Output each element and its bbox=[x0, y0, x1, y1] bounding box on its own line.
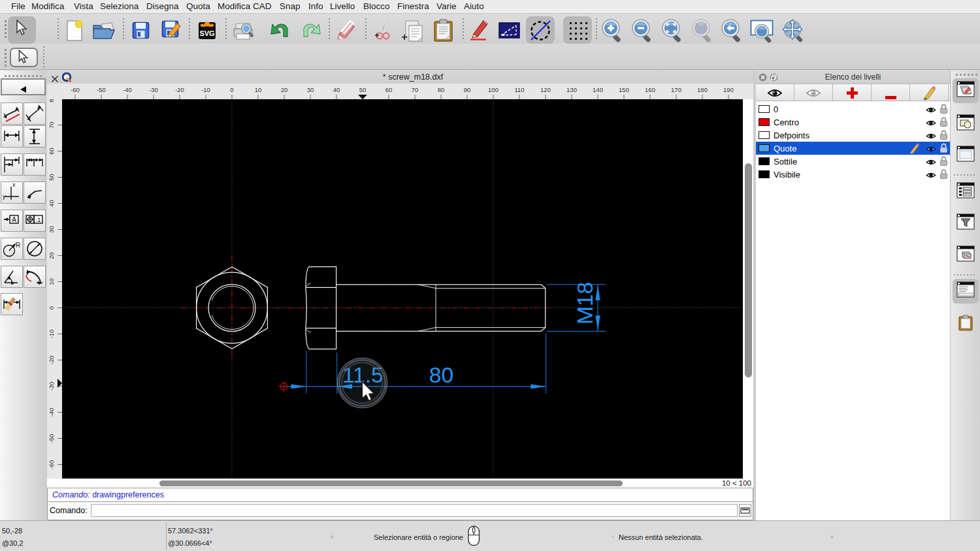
svg-text:-20: -20 bbox=[175, 86, 184, 93]
svg-text:10: 10 bbox=[255, 86, 262, 93]
svg-text:y: y bbox=[3, 193, 6, 200]
svg-text:R: R bbox=[16, 242, 20, 249]
svg-text:40: 40 bbox=[48, 200, 55, 207]
svg-text:70: 70 bbox=[48, 121, 55, 129]
svg-text:-60: -60 bbox=[48, 460, 55, 469]
svg-text:110: 110 bbox=[514, 86, 524, 93]
svg-text:80: 80 bbox=[48, 99, 55, 102]
svg-text:70: 70 bbox=[412, 86, 419, 93]
svg-text:150: 150 bbox=[619, 86, 629, 93]
svg-text:60: 60 bbox=[385, 86, 393, 93]
svg-text:0: 0 bbox=[230, 86, 233, 93]
svg-text:60: 60 bbox=[48, 148, 55, 155]
svg-text:x: x bbox=[12, 183, 16, 188]
svg-text:130: 130 bbox=[566, 86, 577, 93]
svg-text:-50: -50 bbox=[48, 434, 55, 443]
svg-text:-10: -10 bbox=[201, 86, 210, 93]
svg-text:170: 170 bbox=[671, 86, 681, 93]
svg-text:80: 80 bbox=[429, 363, 453, 387]
svg-text:10: 10 bbox=[48, 278, 55, 285]
svg-text:50: 50 bbox=[48, 174, 55, 181]
svg-text:40: 40 bbox=[333, 86, 340, 93]
svg-text:-30: -30 bbox=[48, 382, 55, 391]
svg-text:-20: -20 bbox=[48, 356, 55, 365]
svg-text:-10: -10 bbox=[48, 330, 55, 339]
svg-text:.1: .1 bbox=[36, 217, 41, 223]
svg-text:30: 30 bbox=[307, 86, 314, 93]
svg-text:-60: -60 bbox=[71, 86, 80, 93]
svg-text:-50: -50 bbox=[97, 86, 106, 93]
svg-text:20: 20 bbox=[48, 252, 55, 259]
svg-text:0: 0 bbox=[48, 306, 55, 309]
svg-text:100: 100 bbox=[488, 86, 498, 93]
svg-text:M18: M18 bbox=[573, 282, 597, 324]
svg-text:-30: -30 bbox=[149, 86, 158, 93]
svg-text:-40: -40 bbox=[123, 86, 132, 93]
svg-text:20: 20 bbox=[281, 86, 288, 93]
svg-text:180: 180 bbox=[697, 86, 708, 93]
svg-text:90: 90 bbox=[464, 86, 471, 93]
svg-text:A: A bbox=[12, 216, 16, 223]
svg-text:120: 120 bbox=[540, 86, 551, 93]
svg-text:-40: -40 bbox=[48, 408, 55, 417]
svg-text:80: 80 bbox=[438, 86, 445, 93]
svg-text:30: 30 bbox=[48, 226, 55, 233]
svg-text:160: 160 bbox=[645, 86, 655, 93]
svg-text:140: 140 bbox=[593, 86, 603, 93]
svg-text:SVG: SVG bbox=[199, 29, 214, 37]
svg-text:50: 50 bbox=[359, 86, 367, 93]
svg-text:190: 190 bbox=[723, 86, 734, 93]
